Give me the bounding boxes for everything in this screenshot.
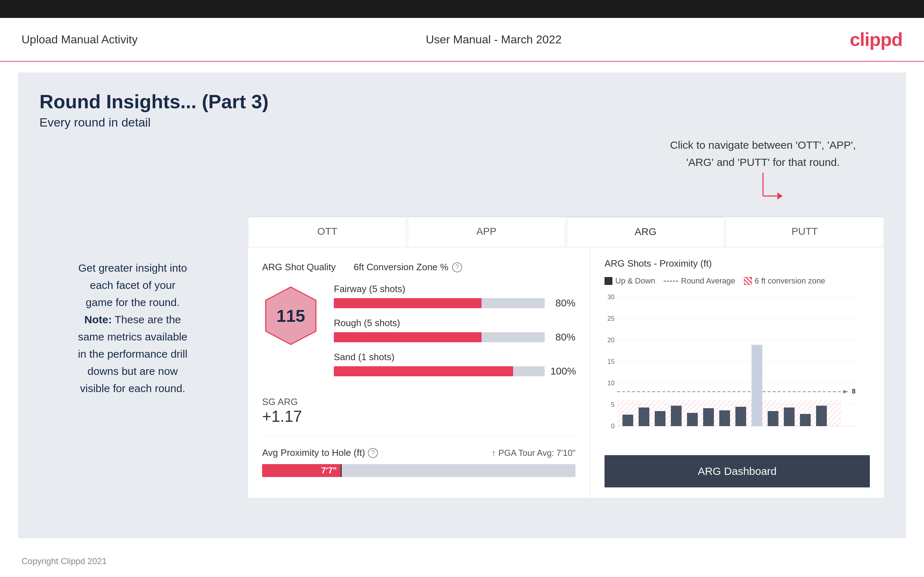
arg-proximity-chart: 30 25 20 15 10 5 0 xyxy=(604,293,870,436)
svg-rect-25 xyxy=(655,411,666,426)
proximity-cursor xyxy=(341,464,342,477)
card-body: ARG Shot Quality 6ft Conversion Zone % ?… xyxy=(248,247,884,498)
svg-rect-27 xyxy=(687,413,698,426)
copyright-text: Copyright Clippd 2021 xyxy=(21,556,107,566)
legend-up-down-icon xyxy=(604,277,612,285)
shot-row-rough: Rough (5 shots) 80% xyxy=(334,318,575,343)
legend-conversion-zone: 6 ft conversion zone xyxy=(744,276,825,285)
svg-rect-28 xyxy=(703,408,714,426)
svg-rect-32 xyxy=(768,411,779,426)
top-bar xyxy=(0,0,924,18)
sand-label: Sand (1 shots) xyxy=(334,351,575,363)
svg-marker-19 xyxy=(843,390,848,393)
svg-rect-26 xyxy=(671,406,682,426)
tab-bar: OTT APP ARG PUTT xyxy=(248,217,884,247)
proximity-bar-fill: 7'7" xyxy=(262,464,341,477)
svg-text:0: 0 xyxy=(611,422,615,430)
svg-text:5: 5 xyxy=(611,401,615,408)
hexagon-score: 115 xyxy=(262,284,320,348)
proximity-bar: 7'7" xyxy=(262,464,575,477)
chart-header: ARG Shots - Proximity (ft) Up & Down Rou… xyxy=(604,258,870,285)
arg-shot-quality-label: ARG Shot Quality xyxy=(262,262,336,273)
header: Upload Manual Activity User Manual - Mar… xyxy=(0,18,924,62)
chart-area: 30 25 20 15 10 5 0 xyxy=(604,293,870,448)
proximity-label: Avg Proximity to Hole (ft) ? xyxy=(262,447,378,458)
tab-putt[interactable]: PUTT xyxy=(726,217,884,247)
round-insights-card: OTT APP ARG PUTT ARG Shot Quality 6ft Co… xyxy=(247,216,885,498)
content-layout: Get greater insight intoeach facet of yo… xyxy=(39,216,885,498)
svg-rect-24 xyxy=(638,408,649,426)
svg-text:20: 20 xyxy=(607,337,615,344)
card-left-section: ARG Shot Quality 6ft Conversion Zone % ?… xyxy=(248,247,590,498)
upload-manual-activity-link[interactable]: Upload Manual Activity xyxy=(21,33,138,46)
fairway-pct: 80% xyxy=(550,297,575,309)
svg-rect-33 xyxy=(784,408,795,426)
sg-arg-value: +1.17 xyxy=(262,408,575,425)
left-panel: Get greater insight intoeach facet of yo… xyxy=(39,216,226,498)
conversion-zone-label: 6ft Conversion Zone % xyxy=(354,262,448,273)
shot-row-fairway: Fairway (5 shots) 80% xyxy=(334,284,575,309)
sand-bar-bg xyxy=(334,366,544,376)
fairway-bar-fill xyxy=(334,298,481,308)
svg-rect-30 xyxy=(735,407,746,426)
fairway-label: Fairway (5 shots) xyxy=(334,284,575,295)
hex-score-value: 115 xyxy=(276,306,305,326)
chart-title: ARG Shots - Proximity (ft) xyxy=(604,258,712,269)
proximity-tour-avg: ↑ PGA Tour Avg: 7'10" xyxy=(491,448,575,458)
svg-text:10: 10 xyxy=(607,380,615,387)
rough-bar-bg xyxy=(334,332,544,342)
section-subtitle: Every round in detail xyxy=(39,115,885,129)
arg-dashboard-button[interactable]: ARG Dashboard xyxy=(604,455,870,487)
tab-app[interactable]: APP xyxy=(408,217,565,247)
tab-ott[interactable]: OTT xyxy=(249,217,406,247)
fairway-bar-bg xyxy=(334,298,544,308)
proximity-value: 7'7" xyxy=(321,466,337,475)
shot-row-sand: Sand (1 shots) 100% xyxy=(334,351,575,377)
legend-round-avg: Round Average xyxy=(664,276,735,285)
sg-arg-section: SG ARG +1.17 xyxy=(262,396,575,425)
svg-rect-29 xyxy=(719,410,730,426)
sand-bar-fill xyxy=(334,366,513,376)
clippd-logo: clippd xyxy=(850,29,903,50)
left-annotation-text: Get greater insight intoeach facet of yo… xyxy=(39,259,226,397)
footer: Copyright Clippd 2021 xyxy=(0,549,924,574)
card-right-section: ARG Shots - Proximity (ft) Up & Down Rou… xyxy=(590,247,884,498)
sand-pct: 100% xyxy=(550,366,575,377)
proximity-section: Avg Proximity to Hole (ft) ? ↑ PGA Tour … xyxy=(262,436,575,477)
legend-up-down: Up & Down xyxy=(604,276,655,285)
score-container: 115 Fairway (5 shots) xyxy=(262,284,575,386)
help-icon[interactable]: ? xyxy=(452,262,462,272)
svg-rect-23 xyxy=(622,415,633,426)
svg-rect-35 xyxy=(816,406,827,426)
nav-annotation-text: Click to navigate between 'OTT', 'APP','… xyxy=(670,137,856,171)
svg-rect-31 xyxy=(751,345,762,426)
document-title: User Manual - March 2022 xyxy=(426,33,562,46)
svg-text:15: 15 xyxy=(607,358,615,365)
svg-text:25: 25 xyxy=(607,315,615,322)
nav-annotation-area: Click to navigate between 'OTT', 'APP','… xyxy=(39,137,856,209)
card-panel: OTT APP ARG PUTT ARG Shot Quality 6ft Co… xyxy=(247,216,885,498)
nav-annotation-arrow xyxy=(741,171,785,207)
svg-rect-34 xyxy=(800,414,811,426)
svg-text:30: 30 xyxy=(607,293,615,301)
svg-marker-2 xyxy=(777,192,783,200)
rough-bar-fill xyxy=(334,332,481,342)
sg-arg-label: SG ARG xyxy=(262,396,575,408)
chart-legend: Up & Down Round Average 6 ft conversion … xyxy=(604,276,825,285)
tab-arg[interactable]: ARG xyxy=(567,217,725,247)
shot-quality-bars: Fairway (5 shots) 80% Rou xyxy=(334,284,575,386)
main-content: Round Insights... (Part 3) Every round i… xyxy=(18,73,906,538)
rough-label: Rough (5 shots) xyxy=(334,318,575,329)
legend-dashed-line-icon xyxy=(664,280,678,282)
proximity-help-icon[interactable]: ? xyxy=(368,448,378,458)
legend-hatched-icon xyxy=(744,277,752,285)
rough-pct: 80% xyxy=(550,332,575,343)
svg-text:8: 8 xyxy=(852,388,856,395)
section-title: Round Insights... (Part 3) xyxy=(39,90,885,113)
card-section-header: ARG Shot Quality 6ft Conversion Zone % ? xyxy=(262,262,575,273)
